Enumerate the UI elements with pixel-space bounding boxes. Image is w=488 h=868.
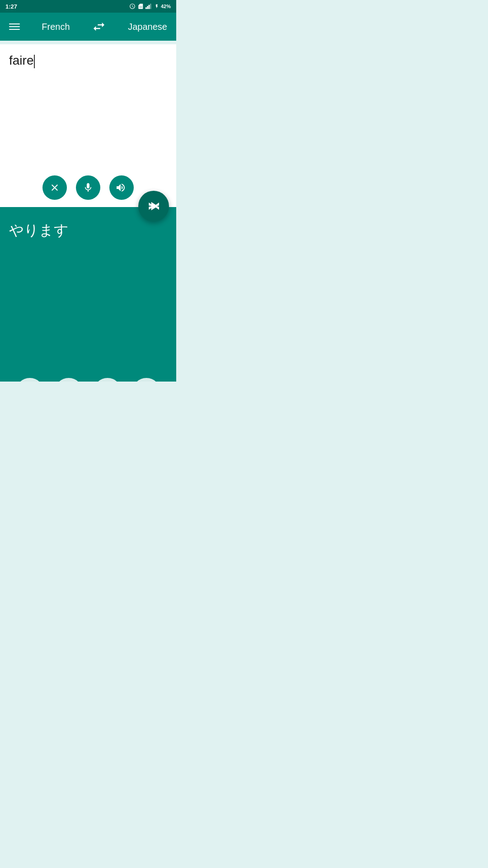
swap-languages-button[interactable] xyxy=(92,19,106,34)
mic-icon xyxy=(83,182,94,193)
charging-icon xyxy=(155,3,159,9)
source-text-display[interactable]: faire xyxy=(9,53,167,171)
svg-rect-3 xyxy=(150,4,151,9)
text-cursor xyxy=(34,55,35,68)
status-bar: 1:27 42% xyxy=(0,0,176,13)
share-button[interactable] xyxy=(55,378,83,382)
swap-icon xyxy=(92,19,106,34)
output-actions xyxy=(9,373,167,382)
menu-line-1 xyxy=(9,24,20,24)
output-section: やります xyxy=(0,207,176,382)
clear-icon xyxy=(49,182,60,193)
svg-rect-0 xyxy=(145,7,147,9)
source-text: faire xyxy=(9,53,33,67)
battery-text: 42% xyxy=(161,4,171,9)
clear-button[interactable] xyxy=(42,175,67,200)
svg-rect-2 xyxy=(149,5,150,9)
microphone-button[interactable] xyxy=(76,175,100,200)
menu-line-2 xyxy=(9,26,20,27)
input-section: faire xyxy=(0,44,176,207)
status-time: 1:27 xyxy=(5,3,17,10)
menu-button[interactable] xyxy=(9,24,20,30)
sim-icon xyxy=(137,3,144,9)
speak-source-button[interactable] xyxy=(109,175,134,200)
send-icon xyxy=(146,199,161,213)
app-header: French Japanese xyxy=(0,13,176,41)
translated-text: やります xyxy=(9,221,167,373)
alarm-icon xyxy=(129,3,136,9)
translate-button[interactable] xyxy=(138,191,169,222)
speak-target-button[interactable] xyxy=(132,378,160,382)
svg-rect-1 xyxy=(147,6,148,9)
source-language[interactable]: French xyxy=(42,22,70,32)
copy-button[interactable] xyxy=(16,378,44,382)
target-language[interactable]: Japanese xyxy=(128,22,167,32)
status-icons: 42% xyxy=(129,3,171,9)
signal-icon xyxy=(145,3,153,9)
volume-icon xyxy=(115,182,128,193)
favorite-button[interactable] xyxy=(94,378,122,382)
menu-line-3 xyxy=(9,29,20,30)
